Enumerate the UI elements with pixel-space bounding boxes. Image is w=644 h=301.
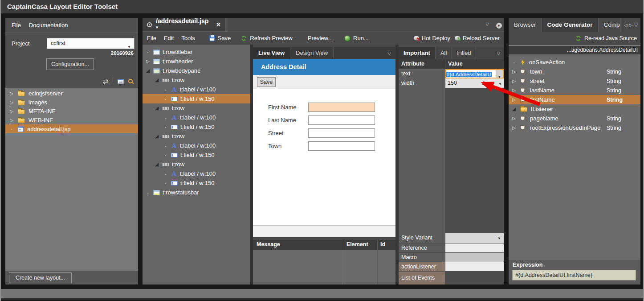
hot-deploy-button[interactable]: Hot Deploy xyxy=(414,35,450,41)
search-icon[interactable] xyxy=(128,79,133,83)
bean-node-firstname-selected[interactable]: ▷ firstName String xyxy=(509,95,640,104)
collapsed-arrow-icon[interactable]: ▷ xyxy=(511,125,517,130)
create-new-layout-button[interactable]: Create new layout... xyxy=(9,272,72,283)
expanded-arrow-icon[interactable]: ◢ xyxy=(154,77,159,83)
tree-node-row[interactable]: ◢ t:row xyxy=(143,160,250,169)
collapsed-arrow-icon[interactable]: ▷ xyxy=(511,88,517,93)
actionlistener-input[interactable] xyxy=(445,262,504,271)
tree-item-folder[interactable]: ▷ WEB-INF xyxy=(5,115,138,124)
tab-filled[interactable]: Filled xyxy=(452,47,476,59)
menu-edit[interactable]: Edit xyxy=(164,35,174,41)
expanded-arrow-icon[interactable]: ◢ xyxy=(145,68,151,74)
value-dropdown-button[interactable]: ▼ xyxy=(496,70,503,78)
bean-node-rootexpression[interactable]: ▷ rootExpressionUsedInPage String xyxy=(509,123,640,132)
tab-live-view[interactable]: Live View xyxy=(253,47,290,59)
street-input[interactable] xyxy=(308,128,375,138)
tree-node-field[interactable]: · t:field / w:150 xyxy=(143,122,250,132)
bean-node-pagename[interactable]: ▷ pageName String xyxy=(509,114,640,123)
tree-node-row[interactable]: ◢ t:row xyxy=(143,75,250,85)
chevron-down-icon[interactable]: ▽ xyxy=(387,51,395,56)
collapsed-arrow-icon[interactable]: ▷ xyxy=(511,97,517,102)
sync-icon[interactable]: ⇄ xyxy=(102,78,108,85)
collapsed-arrow-icon[interactable]: ▷ xyxy=(9,109,14,114)
window-copy-icon[interactable] xyxy=(118,79,124,84)
collapsed-arrow-icon[interactable]: ▷ xyxy=(145,59,151,64)
tree-item-folder[interactable]: ▷ eclntjsfserver xyxy=(5,89,138,98)
first-name-input[interactable] xyxy=(308,103,375,112)
expanded-arrow-icon[interactable]: ◢ xyxy=(154,105,159,111)
project-select[interactable]: ccfirst ▼ xyxy=(47,38,135,49)
tree-node-rowheader[interactable]: ▷ t:rowheader xyxy=(143,57,250,66)
value-dropdown-button[interactable]: ▼ xyxy=(497,78,504,88)
menu-tools[interactable]: Tools xyxy=(181,35,195,41)
tree-node-field[interactable]: · t:field / w:150 xyxy=(143,150,250,160)
configuration-button[interactable]: Configuration... xyxy=(46,58,94,70)
collapsed-arrow-icon[interactable]: ▷ xyxy=(9,118,14,123)
nav-right-icon[interactable]: ▷ xyxy=(629,23,633,28)
bean-node-lastname[interactable]: ▷ lastName String xyxy=(509,86,640,95)
attribute-value-text-editor[interactable]: #{d.AddressDetailU ▼ xyxy=(445,69,504,78)
last-name-input[interactable] xyxy=(308,115,375,125)
tree-node-label[interactable]: · t:label / w:100 xyxy=(143,169,250,178)
tab-components[interactable]: Comp xyxy=(599,18,621,32)
attribute-name-text[interactable]: text xyxy=(399,69,445,78)
tab-design-view[interactable]: Design View xyxy=(290,47,334,59)
collapsed-arrow-icon[interactable]: ▷ xyxy=(511,116,517,121)
collapsed-arrow-icon[interactable]: ▷ xyxy=(9,91,14,96)
attribute-name-width[interactable]: width xyxy=(399,78,445,88)
town-input[interactable] xyxy=(308,141,375,151)
expanded-arrow-icon[interactable]: ◢ xyxy=(154,133,159,139)
tree-item-folder[interactable]: ▷ META-INF xyxy=(5,107,138,115)
menu-documentation[interactable]: Documentation xyxy=(29,22,68,29)
collapsed-arrow-icon[interactable]: ▷ xyxy=(511,69,517,74)
tree-node-label[interactable]: · t:label / w:100 xyxy=(143,141,250,150)
tree-item-folder[interactable]: ▷ images xyxy=(5,98,138,107)
expression-field[interactable]: #{d.AddressDetailUI.firstName} xyxy=(512,270,636,280)
tree-node-label[interactable]: · t:label / w:100 xyxy=(143,113,250,122)
menu-file[interactable]: File xyxy=(12,22,21,29)
tree-node-rowtitlebar[interactable]: · t:rowtitlebar xyxy=(143,47,250,57)
editor-tab-addressdetail[interactable]: /addressdetail.jsp * ✕ xyxy=(143,18,226,31)
column-element[interactable]: Element xyxy=(346,241,368,247)
expanded-arrow-icon[interactable]: ◢ xyxy=(154,161,159,167)
reference-input[interactable] xyxy=(445,243,504,252)
nav-left-icon[interactable]: ◁ xyxy=(624,23,628,28)
style-variant-select[interactable]: ▼ xyxy=(445,233,504,243)
preview-save-button[interactable]: Save xyxy=(257,77,276,87)
column-message[interactable]: Message xyxy=(257,241,280,247)
bean-node-ilistener[interactable]: ◢ IListener xyxy=(509,104,640,114)
tree-node-row[interactable]: ◢ t:row xyxy=(143,132,250,141)
tree-node-field-selected[interactable]: · t:field / w:150 xyxy=(143,94,250,103)
chevron-down-icon[interactable]: ▽ xyxy=(497,51,504,56)
menu-file[interactable]: File xyxy=(147,35,156,41)
attribute-value-width[interactable]: 150 ▼ xyxy=(445,78,504,88)
close-icon[interactable]: ✕ xyxy=(216,21,221,28)
tab-all[interactable]: All xyxy=(436,47,452,59)
macro-input[interactable] xyxy=(445,253,504,262)
bean-node-onsaveaction[interactable]: · onSaveAction xyxy=(509,58,640,67)
tree-node-label[interactable]: · t:label / w:100 xyxy=(143,85,250,94)
bean-node-street[interactable]: ▷ street String xyxy=(509,76,640,86)
tree-node-rowstatusbar[interactable]: · t:rowstatusbar xyxy=(143,188,250,197)
reload-server-button[interactable]: Reload Server xyxy=(455,35,500,41)
tabbar-chevron-down-icon[interactable]: ▽ xyxy=(485,22,489,27)
tree-node-rowbodypane[interactable]: ◢ t:rowbodypane xyxy=(143,66,250,75)
refresh-preview-button[interactable]: Refresh Preview xyxy=(240,35,292,41)
expanded-arrow-icon[interactable]: ◢ xyxy=(511,106,517,112)
save-button[interactable]: Save xyxy=(209,35,231,41)
bean-node-town[interactable]: ▷ town String xyxy=(509,67,640,76)
collapsed-arrow-icon[interactable]: ▷ xyxy=(9,100,14,105)
tree-node-field[interactable]: · t:field / w:150 xyxy=(143,178,250,188)
reread-java-source-button[interactable]: Re-read Java Source xyxy=(584,35,637,41)
tab-important[interactable]: Important xyxy=(399,47,436,59)
run-button[interactable]: Run... xyxy=(344,35,369,41)
preview-button[interactable]: Preview... xyxy=(308,35,333,41)
tab-browser[interactable]: Browser xyxy=(509,18,542,32)
tab-code-generator[interactable]: Code Generator xyxy=(542,18,599,32)
chevron-down-icon[interactable]: ▽ xyxy=(634,23,638,28)
column-id[interactable]: Id xyxy=(380,241,385,247)
tree-node-row[interactable]: ◢ t:row xyxy=(143,103,250,113)
tree-item-file-selected[interactable]: · addressdetail.jsp xyxy=(5,124,138,133)
tabbar-detach-icon[interactable] xyxy=(496,23,502,29)
collapsed-arrow-icon[interactable]: ▷ xyxy=(511,78,517,83)
